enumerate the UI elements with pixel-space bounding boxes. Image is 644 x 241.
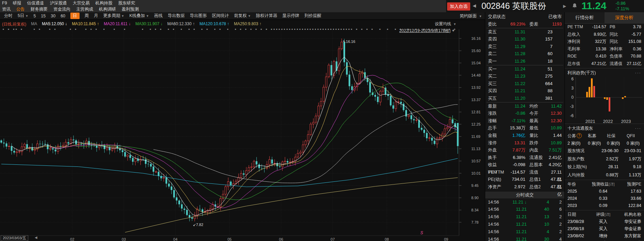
bid-row[interactable]: 买二11.23275: [485, 73, 564, 80]
ma-legend-item[interactable]: MA60:12.330 ↑: [167, 21, 195, 27]
svg-text:15.60: 15.60: [471, 49, 481, 53]
bid-row[interactable]: 买五11.20381: [485, 95, 564, 102]
menu-item-盈利预测[interactable]: 盈利预测: [122, 6, 139, 12]
fund-label: 流通值: [606, 60, 627, 68]
toolbar-item-周[interactable]: 周: [85, 13, 89, 19]
simple-layout-button[interactable]: 简约版面 ▼: [460, 12, 485, 20]
tick-count: 6: [549, 206, 562, 213]
menu-item-F9[interactable]: F9: [2, 0, 7, 6]
stat-label: 内盘: [525, 146, 548, 154]
toolbar-item-导出图形[interactable]: 导出图形: [190, 13, 207, 19]
tick-row: 14:5611.21406: [485, 206, 564, 213]
chevron-down-icon: ▼: [453, 22, 456, 26]
stat-row: 金额1.76亿量比1.44: [485, 132, 564, 139]
toolbar-item-K线叠加[interactable]: K线叠加▼: [129, 13, 149, 19]
scroll-left-icon[interactable]: ◀: [35, 236, 37, 239]
svg-text:10.01: 10.01: [471, 171, 481, 175]
weibi-value: 69.23%: [504, 20, 525, 28]
menu-item-财务摘要[interactable]: 财务摘要: [31, 6, 48, 12]
menu-item-股东研究[interactable]: 股东研究: [118, 0, 135, 6]
ask-row[interactable]: 卖二11.2860: [485, 50, 564, 58]
detail-tag[interactable]: [详]: [609, 182, 614, 186]
add-watchlist-button[interactable]: 加入自选: [447, 2, 470, 11]
toolbar-item-日[interactable]: 日: [70, 13, 80, 19]
last-price: 11.24: [581, 0, 606, 12]
menu-item-主营构成[interactable]: 主营构成: [76, 6, 93, 12]
ma-legend-item[interactable]: MA250:9.803 ↑: [234, 21, 261, 27]
kline-chart-area: 16.1615.6015.0414.4813.9213.3712.8112.25…: [0, 20, 485, 241]
svg-text:↙7.82: ↙7.82: [193, 223, 203, 227]
menu-item-大宗交易[interactable]: 大宗交易: [73, 0, 90, 6]
svg-text:03: 03: [122, 237, 126, 241]
sh-date: 23-06-30: [594, 147, 618, 155]
more-icon[interactable]: ···: [635, 69, 642, 77]
bid-label: 买二: [488, 73, 504, 80]
ma-legend-item[interactable]: MA120:10.678 ↑: [200, 21, 229, 27]
toolbar-item-导出数据[interactable]: 导出数据: [168, 13, 185, 19]
svg-text:*: *: [193, 28, 195, 32]
alert-bell-icon[interactable]: [572, 3, 577, 9]
toolbar-item-30[interactable]: 30: [51, 14, 55, 18]
menu-item-估值通道[interactable]: 估值通道: [27, 0, 44, 6]
fc-year: 2025: [567, 188, 589, 195]
toolbar-item-前复权[interactable]: 前复权▼: [234, 13, 251, 19]
ma-legend-item[interactable]: MA30:11.907 ↓: [135, 21, 163, 27]
visible-range-label[interactable]: 2022/12/19-2023/9/8(178根)✦: [399, 28, 455, 34]
toolbar-item-分时[interactable]: 分时: [4, 13, 13, 19]
ma-settings-button[interactable]: 设置均线 ▼: [435, 21, 456, 27]
play-icon[interactable]: ▶: [563, 4, 566, 9]
spacer: [553, 87, 562, 95]
sh-value: 1.97万: [618, 155, 641, 163]
ma-legend-item[interactable]: MA20:11.611 ↓: [104, 21, 131, 27]
toolbar-item-5日[interactable]: 5日▼: [18, 13, 28, 19]
sh-value: 0.88万: [594, 171, 618, 179]
help-icon[interactable]: ?: [577, 133, 582, 138]
menu-item-机构持股[interactable]: 机构持股: [96, 0, 113, 6]
holder-type-header: 公募?私募社保QFII: [565, 132, 644, 140]
menu-item-公告[interactable]: 公告: [16, 6, 25, 12]
fc-eps: 0.09: [589, 202, 618, 209]
menu-item-沪深股通[interactable]: 沪深股通: [50, 0, 67, 6]
toolbar-item-除权计算器[interactable]: 除权计算器: [256, 13, 277, 19]
profit-trend-chart: 630-3-6202120222023: [565, 77, 644, 123]
more-icon[interactable]: ···: [635, 125, 642, 132]
ask-row[interactable]: 卖四11.30157: [485, 35, 564, 43]
detail-tag[interactable]: [详]: [605, 212, 610, 216]
tick-count: 4: [549, 236, 562, 241]
ask-row[interactable]: 卖一11.2618: [485, 58, 564, 65]
svg-text:*: *: [70, 28, 71, 32]
menu-item-研报[interactable]: 研报: [13, 0, 21, 6]
toolbar-item-5[interactable]: 5: [33, 14, 36, 18]
toolbar-item-15[interactable]: 15: [41, 14, 46, 18]
toolbar-item-画线[interactable]: 画线: [154, 13, 163, 19]
kline-chart[interactable]: 16.1615.6015.0414.4813.9213.3712.8112.25…: [0, 20, 485, 241]
rt-col: 机构名称: [618, 211, 641, 218]
toolbar-item-更多周期[interactable]: 更多周期▼: [103, 13, 124, 19]
prev-stock-icon[interactable]: ◀: [473, 3, 476, 8]
ask-volume: 60: [525, 50, 553, 58]
ask-row[interactable]: 卖三11.297: [485, 43, 564, 50]
tab-深度分析[interactable]: 深度分析: [605, 12, 644, 23]
bid-row[interactable]: 买四11.2188: [485, 87, 564, 95]
toolbar-item-60[interactable]: 60: [61, 14, 65, 18]
stat-label: 金额: [488, 132, 505, 139]
ask-row[interactable]: 卖五11.3123: [485, 28, 564, 36]
shareholder-row: 较上期(%)28.119.18: [565, 163, 644, 171]
toolbar-item-显示停牌[interactable]: 显示停牌: [282, 13, 299, 19]
bid-row[interactable]: 买三11.22664: [485, 80, 564, 87]
bid-row[interactable]: 买一11.2451: [485, 65, 564, 73]
toolbar-item-月[interactable]: 月: [94, 13, 98, 19]
menu-item-资金流向[interactable]: 资金流向: [53, 6, 70, 12]
pin-icon[interactable]: ✦: [452, 28, 455, 33]
menu-row-1: F9研报估值通道沪深股通大宗交易机构持股股东研究: [2, 0, 135, 6]
ma-legend-item[interactable]: MA5:12.050 ↓: [42, 21, 67, 27]
bid-price: 11.20: [504, 95, 525, 102]
svg-text:-6: -6: [570, 113, 574, 118]
tab-行情分析[interactable]: 行情分析: [565, 12, 605, 23]
ma-legend-item[interactable]: MA10:11.845 ↑: [72, 21, 99, 27]
toolbar-item-到价提醒[interactable]: 到价提醒: [304, 13, 321, 19]
menu-item-资讯[interactable]: 资讯: [2, 6, 11, 12]
menu-item-机构调研[interactable]: 机构调研: [99, 6, 116, 12]
toolbar-item-区间统计[interactable]: 区间统计: [212, 13, 229, 19]
fund-value: 47.21亿: [589, 60, 606, 68]
